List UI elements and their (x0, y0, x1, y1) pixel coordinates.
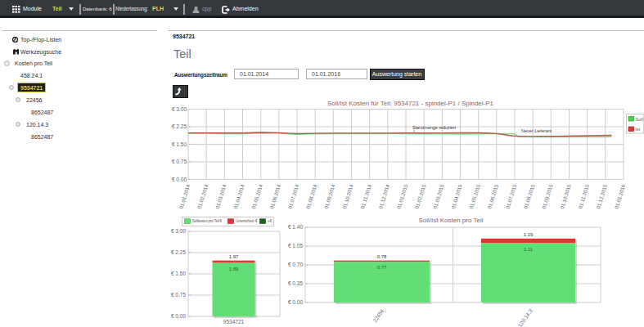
svg-text:€ 0.35: € 0.35 (288, 280, 303, 286)
svg-text:€ 3.00: € 3.00 (172, 106, 187, 112)
svg-text:€ 1.05: € 1.05 (288, 243, 303, 249)
svg-text:01.03.2014: 01.03.2014 (214, 183, 227, 209)
svg-text:01.10.2015: 01.10.2015 (559, 183, 572, 209)
svg-text:+€: +€ (268, 219, 272, 223)
svg-text:Standmenge reduziert: Standmenge reduziert (412, 125, 457, 130)
svg-text:1.19: 1.19 (524, 232, 534, 237)
svg-text:01.08.2014: 01.08.2014 (305, 183, 318, 209)
svg-text:€ 3.00: € 3.00 (171, 228, 186, 234)
svg-text:Sollkosten pro Teil €: Sollkosten pro Teil € (192, 219, 222, 223)
svg-text:9534721: 9534721 (223, 319, 245, 325)
svg-text:€ 0.00: € 0.00 (172, 177, 187, 182)
svg-text:€ 2.25: € 2.25 (172, 123, 187, 129)
svg-text:01.08.2015: 01.08.2015 (523, 183, 536, 209)
svg-text:01.05.2015: 01.05.2015 (468, 183, 481, 209)
svg-text:€ 1.50: € 1.50 (172, 141, 187, 147)
svg-text:01.11.2015: 01.11.2015 (577, 183, 590, 209)
svg-text:01.11.2014: 01.11.2014 (359, 183, 372, 209)
svg-text:01.01.2015: 01.01.2015 (395, 183, 408, 209)
svg-text:01.09.2014: 01.09.2014 (323, 183, 336, 209)
svg-text:01.09.2015: 01.09.2015 (541, 183, 554, 209)
svg-text:01.12.2014: 01.12.2014 (377, 183, 390, 209)
svg-text:01.03.2015: 01.03.2015 (432, 183, 445, 209)
svg-text:Neuer Lieferant: Neuer Lieferant (521, 128, 552, 133)
svg-text:€ 0.00: € 0.00 (171, 313, 186, 319)
svg-text:€ 2.25: € 2.25 (171, 249, 186, 255)
svg-text:€ 1.40: € 1.40 (288, 224, 303, 230)
svg-text:01.12.2015: 01.12.2015 (595, 183, 608, 209)
svg-text:01.01.2016: 01.01.2016 (613, 183, 626, 209)
svg-text:01.04.2015: 01.04.2015 (450, 183, 463, 209)
svg-text:0.78: 0.78 (377, 254, 387, 259)
svg-text:01.07.2015: 01.07.2015 (504, 183, 517, 209)
svg-text:01.05.2014: 01.05.2014 (250, 183, 263, 209)
svg-text:01.10.2014: 01.10.2014 (341, 183, 354, 209)
svg-text:120.14.3: 120.14.3 (517, 307, 534, 327)
svg-text:Soll: Soll (636, 117, 643, 122)
svg-text:01.07.2014: 01.07.2014 (286, 183, 299, 209)
svg-text:0.77: 0.77 (377, 265, 387, 270)
svg-text:1.89: 1.89 (229, 267, 239, 271)
svg-text:€ 0.75: € 0.75 (172, 159, 187, 164)
svg-text:€ 0.00: € 0.00 (288, 299, 303, 305)
svg-text:Soll/Ist Kosten für Teil: 9534: Soll/Ist Kosten für Teil: 9534721 - spin… (327, 100, 494, 107)
svg-text:1.97: 1.97 (229, 254, 239, 259)
svg-text:1.11: 1.11 (524, 247, 534, 252)
svg-text:01.04.2014: 01.04.2014 (232, 183, 245, 209)
svg-text:Soll/Ist Kosten pro Teil: Soll/Ist Kosten pro Teil (418, 217, 483, 224)
svg-text:€ 1.50: € 1.50 (171, 271, 186, 276)
svg-text:01.02.2015: 01.02.2015 (414, 183, 427, 209)
svg-text:01.06.2015: 01.06.2015 (486, 183, 499, 209)
svg-text:Ist: Ist (636, 127, 641, 132)
svg-text:01.02.2014: 01.02.2014 (196, 183, 209, 209)
svg-text:01.06.2014: 01.06.2014 (268, 183, 281, 209)
svg-text:22456: 22456 (372, 307, 385, 323)
svg-text:€ 0.70: € 0.70 (288, 262, 303, 267)
svg-text:01.01.2014: 01.01.2014 (178, 183, 191, 209)
svg-text:Unterschied -€: Unterschied -€ (236, 219, 258, 223)
svg-text:€ 0.75: € 0.75 (171, 292, 186, 298)
